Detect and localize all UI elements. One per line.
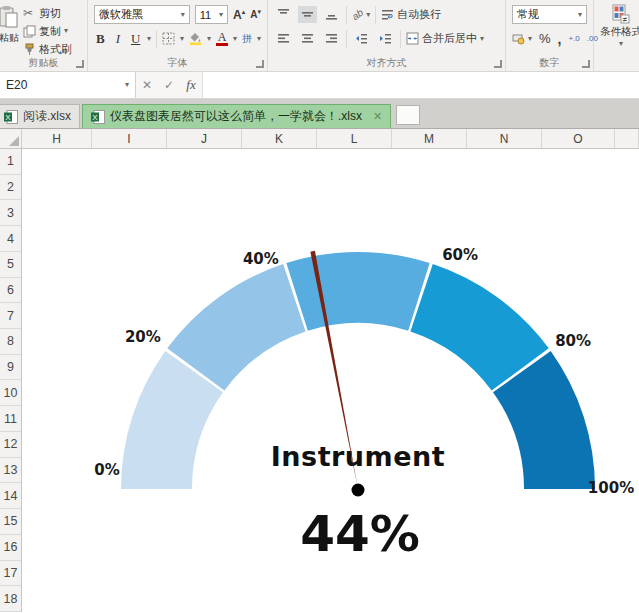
column-header-J[interactable]: J: [167, 129, 242, 148]
document-tab-1[interactable]: X仪表盘图表居然可以这么简单，一学就会！.xlsx✕: [82, 104, 391, 128]
format-painter-icon: [23, 43, 36, 56]
fill-color-icon[interactable]: [189, 32, 202, 45]
align-bottom-button[interactable]: [322, 6, 341, 23]
cells-area[interactable]: [22, 149, 639, 612]
font-size-select[interactable]: 11 ▾: [195, 5, 228, 24]
column-headers: HIJKLMNO: [0, 129, 639, 149]
cut-button[interactable]: ✂ 剪切: [23, 5, 72, 21]
clipboard-group-label: 剪贴板: [0, 56, 87, 70]
select-all-corner[interactable]: [0, 129, 22, 148]
font-dialog-launcher[interactable]: [256, 60, 264, 68]
row-header-6[interactable]: 6: [0, 278, 21, 304]
column-header-L[interactable]: L: [317, 129, 392, 148]
row-headers: 123456789101112131415161718: [0, 149, 22, 612]
copy-dropdown-icon: ▾: [64, 27, 68, 35]
align-right-button[interactable]: [322, 30, 341, 47]
row-header-18[interactable]: 18: [0, 586, 21, 612]
name-box-dropdown-icon: ▾: [125, 81, 129, 89]
insert-function-icon[interactable]: fx: [180, 72, 202, 98]
row-header-14[interactable]: 14: [0, 483, 21, 509]
row-header-7[interactable]: 7: [0, 303, 21, 329]
align-bottom-icon: [325, 8, 338, 21]
row-header-12[interactable]: 12: [0, 432, 21, 458]
row-header-2[interactable]: 2: [0, 175, 21, 201]
row-header-11[interactable]: 11: [0, 406, 21, 432]
align-left-icon: [277, 32, 290, 45]
column-header-fill: [615, 129, 639, 148]
column-header-I[interactable]: I: [92, 129, 167, 148]
borders-dropdown-icon: ▾: [180, 35, 184, 43]
row-header-15[interactable]: 15: [0, 509, 21, 535]
document-tab-label: 阅读.xlsx: [23, 108, 71, 125]
clipboard-dialog-launcher[interactable]: [76, 60, 84, 68]
row-header-5[interactable]: 5: [0, 252, 21, 278]
merge-center-button[interactable]: 合并后居中 ▾: [406, 31, 484, 47]
align-left-button[interactable]: [274, 30, 293, 47]
increase-font-button[interactable]: A▴: [233, 8, 245, 21]
italic-button[interactable]: I: [112, 31, 125, 47]
align-top-button[interactable]: [274, 6, 293, 23]
enter-icon[interactable]: ✓: [158, 72, 180, 98]
ribbon-group-styles: ≠ 条件格式 ▾: [594, 0, 639, 71]
font-color-button[interactable]: A: [216, 31, 228, 46]
new-document-tab-button[interactable]: [396, 105, 420, 125]
ribbon-group-font: 微软雅黑 ▾ 11 ▾ A▴ A▾ B I U ▾: [88, 0, 268, 71]
orientation-button[interactable]: ab ▾: [352, 7, 370, 23]
number-format-select[interactable]: 常规 ▾: [512, 5, 587, 24]
column-header-K[interactable]: K: [242, 129, 317, 148]
borders-icon[interactable]: [162, 32, 175, 45]
conditional-formatting-dropdown-icon: ▾: [619, 40, 623, 48]
paste-button[interactable]: 粘贴: [0, 3, 23, 57]
row-header-3[interactable]: 3: [0, 200, 21, 226]
name-box[interactable]: E20 ▾: [0, 72, 136, 98]
tab-close-icon[interactable]: ✕: [373, 110, 382, 123]
format-painter-label: 格式刷: [39, 42, 72, 57]
font-name-select[interactable]: 微软雅黑 ▾: [94, 5, 190, 24]
cut-label: 剪切: [39, 6, 61, 21]
row-header-13[interactable]: 13: [0, 458, 21, 484]
svg-text:X: X: [92, 112, 98, 121]
font-color-dropdown-icon: ▾: [233, 35, 237, 43]
row-header-10[interactable]: 10: [0, 380, 21, 406]
conditional-formatting-icon: ≠: [612, 4, 630, 24]
format-painter-button[interactable]: 格式刷: [23, 41, 72, 57]
document-tab-0[interactable]: X阅读.xlsx: [0, 104, 80, 128]
number-dialog-launcher[interactable]: [582, 60, 590, 68]
conditional-formatting-button[interactable]: ≠ 条件格式 ▾: [600, 3, 639, 48]
decrease-font-button[interactable]: A▾: [250, 8, 261, 20]
column-header-H[interactable]: H: [22, 129, 92, 148]
increase-indent-button[interactable]: [376, 30, 395, 47]
wrap-text-button[interactable]: 自动换行: [381, 7, 441, 23]
row-header-9[interactable]: 9: [0, 355, 21, 381]
row-header-17[interactable]: 17: [0, 561, 21, 587]
copy-label: 复制: [39, 24, 61, 39]
row-header-16[interactable]: 16: [0, 535, 21, 561]
excel-file-icon: X: [91, 110, 105, 124]
comma-style-button[interactable]: ,: [558, 31, 562, 47]
underline-button[interactable]: U: [129, 31, 142, 47]
align-center-button[interactable]: [298, 30, 317, 47]
accounting-format-button[interactable]: ▾: [512, 31, 532, 47]
row-header-8[interactable]: 8: [0, 329, 21, 355]
document-tab-bar: X阅读.xlsxX仪表盘图表居然可以这么简单，一学就会！.xlsx✕: [0, 99, 639, 129]
align-middle-button[interactable]: [298, 6, 317, 23]
phonetic-button[interactable]: 拼: [242, 32, 252, 46]
conditional-formatting-label: 条件格式: [600, 25, 639, 39]
increase-decimal-button[interactable]: +.0: [568, 35, 579, 43]
number-format-dropdown-icon: ▾: [578, 11, 582, 19]
formula-input[interactable]: [202, 72, 639, 98]
alignment-dialog-launcher[interactable]: [494, 60, 502, 68]
row-header-1[interactable]: 1: [0, 149, 21, 175]
percent-style-button[interactable]: %: [539, 31, 551, 46]
document-tab-label: 仪表盘图表居然可以这么简单，一学就会！.xlsx: [110, 108, 362, 125]
copy-button[interactable]: 复制 ▾: [23, 23, 72, 39]
bold-button[interactable]: B: [94, 31, 107, 47]
column-header-M[interactable]: M: [392, 129, 467, 148]
alignment-group-label: 对齐方式: [268, 56, 505, 70]
cancel-icon[interactable]: ✕: [136, 72, 158, 98]
column-header-N[interactable]: N: [467, 129, 542, 148]
row-header-4[interactable]: 4: [0, 226, 21, 252]
font-color-bar: [216, 43, 228, 46]
column-header-O[interactable]: O: [542, 129, 615, 148]
decrease-indent-button[interactable]: [352, 30, 371, 47]
